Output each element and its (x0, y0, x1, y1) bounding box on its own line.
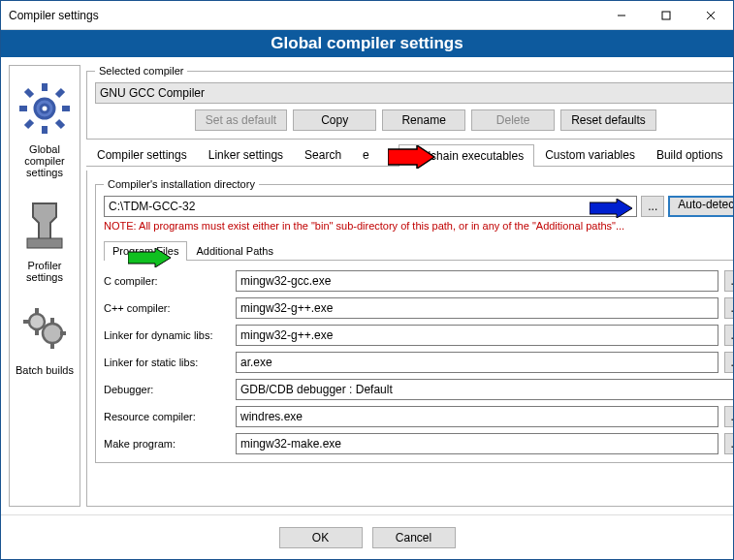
batch-icon (14, 298, 76, 360)
sidebar-item-label: Profiler settings (14, 260, 76, 283)
make-program-browse[interactable]: ... (724, 433, 733, 454)
footer: OK Cancel (1, 514, 733, 559)
cancel-button[interactable]: Cancel (372, 527, 456, 548)
compiler-button-row: Set as default Copy Rename Delete Reset … (95, 109, 733, 131)
compiler-dropdown-value: GNU GCC Compiler (100, 86, 205, 100)
maximize-button[interactable] (644, 1, 688, 30)
delete-button[interactable]: Delete (471, 109, 555, 131)
tab-custom-variables[interactable]: Custom variables (534, 143, 646, 166)
window-title: Compiler settings (9, 9, 599, 22)
install-dir-fieldset: Compiler's installation directory ... Au… (95, 178, 733, 463)
tab-search[interactable]: Search (294, 143, 352, 166)
sidebar-item-batch[interactable]: Batch builds (10, 291, 80, 384)
linker-dynamic-label: Linker for dynamic libs: (104, 329, 230, 341)
cpp-compiler-label: C++ compiler: (104, 302, 230, 314)
linker-static-input[interactable] (236, 352, 718, 373)
install-dir-browse-button[interactable]: ... (641, 196, 664, 217)
set-default-button[interactable]: Set as default (195, 109, 287, 131)
subtab-additional-paths[interactable]: Additional Paths (187, 241, 282, 260)
debugger-select-value: GDB/CDB debugger : Default (240, 383, 393, 396)
svg-line-10 (26, 90, 32, 96)
sidebar-item-profiler[interactable]: Profiler settings (10, 186, 80, 291)
install-dir-note: NOTE: All programs must exist either in … (104, 220, 733, 232)
sidebar-item-label: Batch builds (16, 364, 74, 376)
close-button[interactable] (688, 1, 733, 30)
linker-static-label: Linker for static libs: (104, 357, 230, 368)
linker-dynamic-input[interactable] (236, 325, 718, 346)
svg-line-12 (57, 90, 63, 96)
subtab-program-files[interactable]: Program Files (104, 241, 187, 261)
c-compiler-label: C compiler: (104, 275, 230, 287)
cpp-compiler-input[interactable] (236, 297, 718, 319)
tab-toolchain-executables[interactable]: Toolchain executables (399, 144, 534, 167)
tab-build-options[interactable]: Build options (646, 143, 733, 166)
install-dir-input[interactable] (104, 196, 637, 217)
c-compiler-input[interactable] (236, 270, 718, 292)
svg-point-15 (29, 314, 45, 329)
sidebar-item-global-compiler[interactable]: Global compiler settings (10, 70, 80, 186)
copy-button[interactable]: Copy (293, 109, 376, 131)
make-program-label: Make program: (104, 438, 230, 450)
tab-linker-settings[interactable]: Linker settings (198, 143, 294, 166)
install-dir-legend: Compiler's installation directory (104, 178, 259, 190)
window: Compiler settings Global compiler settin… (0, 0, 734, 560)
svg-point-16 (43, 324, 62, 343)
titlebar: Compiler settings (1, 1, 733, 30)
debugger-select[interactable]: GDB/CDB debugger : Default ⌄ (236, 379, 733, 400)
sub-tabs: Program Files Additional Paths (104, 241, 733, 261)
profiler-icon (14, 194, 76, 256)
banner-title: Global compiler settings (1, 30, 733, 57)
ok-button[interactable]: OK (279, 527, 363, 548)
compiler-dropdown[interactable]: GNU GCC Compiler ⌄ (95, 82, 733, 104)
programs-grid: C compiler: ... C++ compiler: ... Linker… (104, 270, 733, 454)
window-controls (599, 1, 733, 30)
gear-icon (14, 78, 76, 140)
linker-dynamic-browse[interactable]: ... (724, 325, 733, 346)
resource-compiler-label: Resource compiler: (104, 411, 230, 422)
selected-compiler-legend: Selected compiler (95, 65, 187, 77)
svg-rect-14 (27, 238, 62, 248)
selected-compiler-fieldset: Selected compiler GNU GCC Compiler ⌄ Set… (86, 65, 733, 140)
resource-compiler-browse[interactable]: ... (724, 406, 733, 427)
debugger-label: Debugger: (104, 384, 230, 395)
svg-rect-1 (662, 12, 670, 19)
reset-defaults-button[interactable]: Reset defaults (560, 109, 656, 131)
toolchain-panel: Compiler's installation directory ... Au… (86, 171, 733, 507)
main-tabs: Compiler settings Linker settings Search… (86, 143, 733, 167)
content: Global compiler settings Profiler settin… (1, 57, 733, 514)
sidebar: Global compiler settings Profiler settin… (9, 65, 80, 507)
linker-static-browse[interactable]: ... (724, 352, 733, 373)
main-panel: Selected compiler GNU GCC Compiler ⌄ Set… (86, 65, 733, 507)
svg-line-13 (26, 121, 32, 127)
sidebar-item-label: Global compiler settings (14, 143, 76, 178)
c-compiler-browse[interactable]: ... (724, 270, 733, 292)
auto-detect-button[interactable]: Auto-detect (668, 196, 733, 217)
minimize-button[interactable] (599, 1, 644, 30)
cpp-compiler-browse[interactable]: ... (724, 297, 733, 319)
tab-hidden[interactable]: e (352, 143, 399, 166)
rename-button[interactable]: Rename (382, 109, 465, 131)
resource-compiler-input[interactable] (236, 406, 718, 427)
install-dir-row: ... Auto-detect (104, 196, 733, 217)
svg-line-11 (57, 121, 63, 127)
tab-compiler-settings[interactable]: Compiler settings (86, 143, 198, 166)
svg-point-5 (41, 105, 48, 112)
make-program-input[interactable] (236, 433, 718, 454)
